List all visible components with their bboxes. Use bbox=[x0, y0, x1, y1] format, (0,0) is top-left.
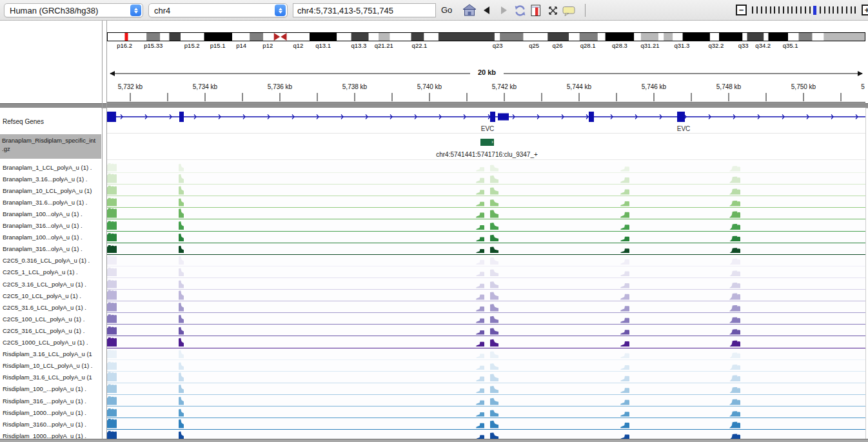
coverage-track-c2c5-3[interactable] bbox=[107, 290, 865, 301]
coverage-track-c2c5-0[interactable] bbox=[107, 255, 865, 266]
junction-track[interactable]: › chr4:5741441:5741716:clu_9347_+ bbox=[107, 134, 865, 160]
zoom-tick[interactable] bbox=[837, 6, 838, 14]
zoom-tick[interactable] bbox=[854, 6, 856, 14]
zoom-tick[interactable] bbox=[752, 6, 753, 14]
zoom-tick-strip[interactable] bbox=[751, 6, 858, 15]
coverage-track-branaplam-7[interactable] bbox=[107, 243, 865, 255]
zoom-tick[interactable] bbox=[787, 6, 789, 14]
ideogram-band bbox=[683, 33, 710, 41]
track-label-risdiplam-7[interactable]: Risdiplam_1000...polyA_u (1) . bbox=[0, 432, 101, 439]
locus-input[interactable] bbox=[293, 3, 436, 17]
track-label-branaplam-5[interactable]: Branaplam_316...olyA_u (1) . bbox=[0, 222, 101, 229]
track-label-c2c5-5[interactable]: C2C5_100_LCL_polyA_u (1) . bbox=[0, 316, 101, 323]
coverage-track-branaplam-5[interactable] bbox=[107, 220, 865, 232]
zoom-tick-active[interactable] bbox=[813, 6, 816, 15]
zoom-tick[interactable] bbox=[791, 6, 793, 14]
forward-icon[interactable] bbox=[498, 3, 509, 18]
coverage-track-branaplam-1[interactable] bbox=[107, 173, 865, 185]
chromosome-select[interactable]: chr4 bbox=[148, 3, 288, 17]
track-label-branaplam-4[interactable]: Branaplam_100...olyA_u (1) . bbox=[0, 210, 101, 217]
track-label-junctions-selected[interactable]: Branaplam_Risdiplam_specific_int .gz bbox=[0, 134, 101, 159]
coverage-track-risdiplam-4[interactable] bbox=[107, 395, 865, 407]
zoom-tick[interactable] bbox=[833, 6, 834, 14]
zoom-tick[interactable] bbox=[761, 6, 762, 14]
track-label-c2c5-1[interactable]: C2C5_1_LCL_polyA_u (1) . bbox=[0, 268, 101, 276]
coverage-track-branaplam-0[interactable] bbox=[107, 161, 865, 173]
track-label-c2c5-7[interactable]: C2C5_1000_LCL_polyA_u (1) . bbox=[0, 339, 101, 346]
zoom-tick[interactable] bbox=[846, 6, 847, 14]
track-label-branaplam-7[interactable]: Branaplam_316...olyA_u (1) . bbox=[0, 245, 101, 252]
junction-feature[interactable]: › bbox=[480, 139, 494, 146]
zoom-tick[interactable] bbox=[783, 6, 784, 14]
zoom-tick[interactable] bbox=[820, 6, 821, 14]
zoom-tick[interactable] bbox=[805, 6, 806, 14]
zoom-tick[interactable] bbox=[824, 6, 825, 14]
track-label-c2c5-4[interactable]: C2C5_31.6_LCL_polyA_u (1) . bbox=[0, 304, 101, 311]
coverage-track-risdiplam-3[interactable] bbox=[107, 383, 865, 395]
coverage-track-risdiplam-0[interactable] bbox=[107, 348, 865, 360]
coverage-track-branaplam-3[interactable] bbox=[107, 196, 865, 208]
coverage-peak bbox=[729, 294, 740, 300]
track-label-refseq[interactable]: Refseq Genes bbox=[0, 118, 101, 125]
coverage-track-branaplam-6[interactable] bbox=[107, 232, 865, 243]
back-icon[interactable] bbox=[481, 3, 491, 18]
go-button[interactable]: Go bbox=[441, 5, 452, 15]
zoom-tick[interactable] bbox=[770, 6, 771, 14]
track-label-risdiplam-5[interactable]: Risdiplam_1000...polyA_u (1) . bbox=[0, 409, 101, 416]
genome-select[interactable]: Human (GRCh38/hg38) bbox=[4, 3, 143, 17]
track-label-risdiplam-3[interactable]: Risdiplam_100_...polyA_u (1) . bbox=[0, 385, 101, 392]
define-region-icon[interactable] bbox=[529, 3, 542, 18]
coverage-track-risdiplam-6[interactable] bbox=[107, 418, 865, 430]
zoom-tick[interactable] bbox=[809, 6, 811, 14]
fit-to-window-icon[interactable] bbox=[547, 3, 558, 18]
track-label-branaplam-2[interactable]: Branaplam_10_LCL_polyA_u (1) bbox=[0, 187, 101, 194]
coverage-track-risdiplam-5[interactable] bbox=[107, 407, 865, 418]
track-label-risdiplam-6[interactable]: Risdiplam_3160...polyA_u (1) . bbox=[0, 421, 101, 428]
zoom-tick[interactable] bbox=[829, 6, 830, 14]
coverage-track-risdiplam-7[interactable] bbox=[107, 430, 865, 439]
refseq-gene-track[interactable]: EVCEVC bbox=[107, 108, 865, 134]
coverage-track-c2c5-1[interactable] bbox=[107, 266, 865, 278]
track-label-branaplam-0[interactable]: Branaplam_1_LCL_polyA_u (1) . bbox=[0, 164, 101, 171]
zoom-tick[interactable] bbox=[756, 6, 758, 14]
coverage-track-risdiplam-2[interactable] bbox=[107, 372, 865, 383]
zoom-slider[interactable]: − + bbox=[736, 5, 868, 15]
ideogram-band bbox=[764, 33, 768, 41]
tooltip-bubble-icon[interactable] bbox=[561, 3, 577, 18]
refresh-icon[interactable] bbox=[513, 3, 527, 18]
track-label-c2c5-6[interactable]: C2C5_316_LCL_polyA_u (1) . bbox=[0, 327, 101, 334]
home-icon[interactable] bbox=[461, 3, 478, 18]
track-label-risdiplam-0[interactable]: Risdiplam_3.16_LCL_polyA_u (1 bbox=[0, 350, 101, 357]
zoom-tick[interactable] bbox=[765, 6, 767, 14]
track-label-risdiplam-1[interactable]: Risdiplam_10_LCL_polyA_u (1) . bbox=[0, 362, 101, 369]
panel-divider-line[interactable] bbox=[102, 21, 103, 439]
coverage-track-c2c5-6[interactable] bbox=[107, 325, 865, 336]
track-label-risdiplam-2[interactable]: Risdiplam_31.6_LCL_polyA_u (1 bbox=[0, 374, 101, 381]
zoom-tick[interactable] bbox=[851, 6, 852, 14]
zoom-tick[interactable] bbox=[778, 6, 780, 14]
ideogram-band-label: q28.1 bbox=[580, 42, 596, 49]
coverage-track-branaplam-2[interactable] bbox=[107, 185, 865, 196]
coverage-track-c2c5-2[interactable] bbox=[107, 278, 865, 290]
track-label-c2c5-0[interactable]: C2C5_0.316_LCL_polyA_u (1) . bbox=[0, 257, 101, 264]
chromosome-ideogram[interactable] bbox=[107, 32, 865, 41]
track-label-c2c5-2[interactable]: C2C5_3.16_LCL_polyA_u (1) . bbox=[0, 281, 101, 288]
track-label-branaplam-3[interactable]: Branaplam_31.6...polyA_u (1) . bbox=[0, 199, 101, 206]
track-label-branaplam-6[interactable]: Branaplam_100...olyA_u (1) . bbox=[0, 234, 101, 241]
track-label-risdiplam-4[interactable]: Risdiplam_316_...polyA_u (1) . bbox=[0, 397, 101, 405]
coverage-track-c2c5-5[interactable] bbox=[107, 313, 865, 325]
coverage-peak bbox=[729, 224, 740, 230]
track-label-c2c5-3[interactable]: C2C5_10_LCL_polyA_u (1) . bbox=[0, 292, 101, 299]
zoom-tick[interactable] bbox=[842, 6, 843, 14]
zoom-tick[interactable] bbox=[800, 6, 802, 14]
track-label-branaplam-1[interactable]: Branaplam_3.16...polyA_u (1) . bbox=[0, 176, 101, 183]
zoom-in-button[interactable]: + bbox=[862, 5, 868, 15]
coverage-track-branaplam-4[interactable] bbox=[107, 208, 865, 219]
zoom-out-button[interactable]: − bbox=[736, 5, 747, 15]
coverage-track-risdiplam-1[interactable] bbox=[107, 360, 865, 372]
zoom-tick[interactable] bbox=[774, 6, 775, 14]
coverage-track-c2c5-4[interactable] bbox=[107, 301, 865, 313]
coverage-track-c2c5-7[interactable] bbox=[107, 337, 865, 348]
coverage-peak bbox=[620, 412, 629, 416]
zoom-tick[interactable] bbox=[796, 6, 797, 14]
